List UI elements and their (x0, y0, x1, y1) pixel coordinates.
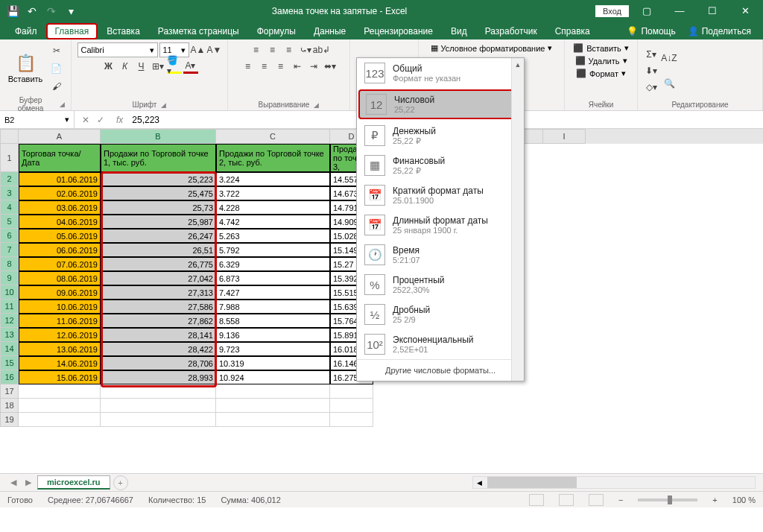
font-color-icon[interactable]: A▾ (183, 59, 198, 74)
row-header[interactable]: 12 (0, 314, 19, 328)
find-select-icon[interactable]: 🔍 (662, 72, 677, 95)
cell[interactable]: 26,775 (101, 257, 216, 271)
fill-icon[interactable]: ⬇▾ (644, 63, 659, 78)
row-header[interactable]: 5 (0, 215, 19, 229)
number-format-item[interactable]: 123ОбщийФормат не указан (357, 58, 524, 88)
row-header[interactable]: 15 (0, 356, 19, 370)
row-header[interactable]: 13 (0, 328, 19, 342)
font-launcher-icon[interactable]: ◢ (161, 101, 166, 109)
enter-formula-icon[interactable]: ✓ (94, 115, 107, 125)
number-format-item[interactable]: ₽Денежный25,22 ₽ (357, 121, 524, 151)
clipboard-launcher-icon[interactable]: ◢ (60, 101, 65, 108)
number-format-item[interactable]: ▦Финансовый25,22 ₽ (357, 151, 524, 180)
tab-dev[interactable]: Разработчик (476, 23, 546, 39)
share-button[interactable]: 👤Поделиться (682, 23, 757, 39)
number-format-item[interactable]: 🕐Время5:21:07 (357, 240, 524, 270)
number-format-item[interactable]: %Процентный2522,30% (357, 270, 524, 300)
cell[interactable]: 26,51 (101, 243, 216, 257)
number-format-item[interactable]: ½Дробный25 2/9 (357, 300, 524, 329)
tab-home[interactable]: Главная (46, 23, 98, 39)
tellme-button[interactable]: 💡Помощь (621, 23, 681, 39)
row-header[interactable]: 14 (0, 342, 19, 356)
row-header[interactable]: 8 (0, 257, 19, 271)
cell[interactable]: 25,987 (101, 215, 216, 229)
row-header[interactable]: 18 (0, 399, 19, 413)
login-button[interactable]: Вход (595, 5, 629, 17)
cell[interactable]: 27,862 (101, 314, 216, 328)
header-cell[interactable]: Продажи по Торговой точке 1, тыс. руб. (101, 144, 216, 172)
cell[interactable]: 13.06.2019 (19, 342, 101, 356)
cell[interactable]: 25,475 (101, 186, 216, 200)
insert-cells-button[interactable]: ⬛Вставить▾ (572, 42, 630, 54)
tab-view[interactable]: Вид (442, 23, 476, 39)
tab-layout[interactable]: Разметка страницы (149, 23, 248, 39)
orientation-icon[interactable]: ⤿▾ (298, 42, 313, 57)
cut-icon[interactable]: ✂ (48, 42, 65, 59)
cell[interactable]: 6.873 (216, 271, 330, 285)
cell[interactable]: 7.988 (216, 300, 330, 314)
cell[interactable]: 12.06.2019 (19, 328, 101, 342)
maximize-icon[interactable]: ☐ (697, 0, 727, 22)
cell[interactable]: 05.06.2019 (19, 229, 101, 243)
cell[interactable]: 4.742 (216, 215, 330, 229)
cell[interactable]: 9.723 (216, 342, 330, 356)
fill-color-icon[interactable]: 🪣▾ (167, 59, 182, 74)
delete-cells-button[interactable]: ⬛Удалить▾ (574, 55, 629, 66)
cell[interactable]: 28,141 (101, 328, 216, 342)
cell[interactable]: 27,586 (101, 300, 216, 314)
sheet-nav-prev-icon[interactable]: ◀ (7, 478, 19, 487)
cell[interactable]: 03.06.2019 (19, 200, 101, 215)
ribbon-display-icon[interactable]: ▢ (632, 0, 662, 22)
cell[interactable]: 01.06.2019 (19, 172, 101, 186)
col-header[interactable]: C (216, 129, 330, 144)
row-header[interactable]: 2 (0, 172, 19, 186)
cell[interactable]: 28,706 (101, 356, 216, 370)
cell[interactable]: 06.06.2019 (19, 243, 101, 257)
cell[interactable]: 10.319 (216, 356, 330, 370)
name-box[interactable]: B2▾ (0, 111, 75, 128)
font-name-select[interactable]: Calibri▾ (77, 42, 158, 57)
horizontal-scrollbar[interactable]: ◀ (472, 476, 756, 489)
borders-icon[interactable]: ⊞▾ (151, 59, 165, 74)
tab-review[interactable]: Рецензирование (355, 23, 442, 39)
row-header[interactable]: 16 (0, 370, 19, 384)
redo-icon[interactable]: ↷ (43, 3, 60, 19)
zoom-in-icon[interactable]: + (712, 495, 717, 504)
align-bottom-icon[interactable]: ≡ (282, 42, 297, 57)
paste-button[interactable]: 📋Вставить (6, 45, 45, 92)
cell[interactable]: 28,993 (101, 370, 216, 384)
undo-icon[interactable]: ↶ (24, 3, 40, 19)
alignment-launcher-icon[interactable]: ◢ (314, 101, 319, 109)
header-cell[interactable]: Продажи по Торговой точке 2, тыс. руб. (216, 144, 330, 172)
sheet-nav-next-icon[interactable]: ▶ (22, 478, 34, 487)
number-format-item[interactable]: 📅Длинный формат даты25 января 1900 г. (357, 210, 524, 240)
tab-file[interactable]: Файл (6, 23, 46, 39)
view-normal-icon[interactable] (529, 494, 544, 506)
row-header[interactable]: 9 (0, 271, 19, 285)
cell[interactable]: 27,313 (101, 285, 216, 300)
number-format-item[interactable]: 10²Экспоненциальный2,52E+01 (357, 329, 524, 359)
qat-customize-icon[interactable]: ▾ (63, 3, 79, 19)
row-header[interactable]: 3 (0, 186, 19, 200)
close-icon[interactable]: ✕ (730, 0, 760, 22)
zoom-slider[interactable] (638, 498, 697, 501)
align-middle-icon[interactable]: ≡ (265, 42, 280, 57)
cancel-formula-icon[interactable]: ✕ (79, 115, 92, 125)
cell[interactable]: 7.427 (216, 285, 330, 300)
fx-icon[interactable]: fx (112, 115, 127, 125)
cell[interactable]: 4.228 (216, 200, 330, 215)
cell[interactable]: 26,247 (101, 229, 216, 243)
italic-button[interactable]: К (118, 59, 133, 74)
align-left-icon[interactable]: ≡ (241, 59, 256, 74)
number-format-item[interactable]: 12Числовой25,22 (358, 89, 522, 119)
view-pagebreak-icon[interactable] (589, 494, 604, 506)
tab-formulas[interactable]: Формулы (248, 23, 305, 39)
underline-button[interactable]: Ч (134, 59, 149, 74)
row-header[interactable]: 10 (0, 285, 19, 300)
dropdown-scrollbar[interactable]: ▲ (511, 58, 524, 381)
cell[interactable]: 6.329 (216, 257, 330, 271)
row-header[interactable]: 19 (0, 413, 19, 427)
more-number-formats[interactable]: Другие числовые форматы... (357, 359, 524, 381)
cell[interactable]: 10.06.2019 (19, 300, 101, 314)
cell[interactable]: 11.06.2019 (19, 314, 101, 328)
